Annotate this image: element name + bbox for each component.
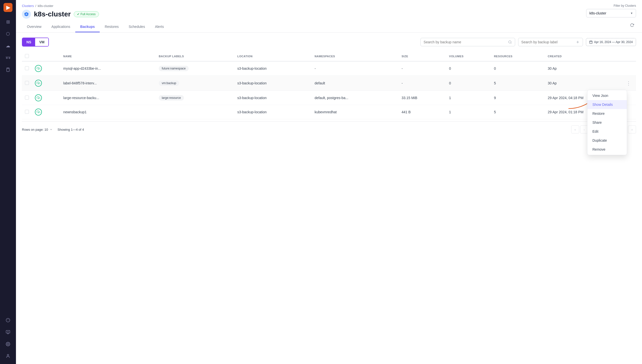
cluster-filter-select[interactable]: k8s-cluster xyxy=(586,9,636,18)
chevron-down-icon xyxy=(50,128,53,131)
row2-actions-button[interactable]: ⋮ xyxy=(624,79,633,87)
table-row: large-resource-backu... large:resource s… xyxy=(22,91,636,105)
cluster-title: k8s-cluster ✔ Full Access xyxy=(22,10,99,19)
svg-rect-15 xyxy=(589,41,592,44)
row2-checkbox-cell[interactable] xyxy=(22,76,32,91)
tab-applications[interactable]: Applications xyxy=(46,22,75,32)
tab-alerts[interactable]: Alerts xyxy=(150,22,169,32)
context-menu-show-details[interactable]: Show Details xyxy=(587,100,627,109)
last-page-button[interactable]: » xyxy=(628,126,636,134)
context-menu-edit[interactable]: Edit xyxy=(587,127,627,136)
col-created[interactable]: CREATED xyxy=(545,52,636,61)
row3-namespaces: default, postgres-ba... xyxy=(311,91,399,105)
row3-icon-cell xyxy=(32,91,60,105)
search-label-field[interactable] xyxy=(518,38,583,46)
user-icon[interactable] xyxy=(3,351,13,361)
date-range-picker[interactable]: Apr 16, 2024 — Apr 30, 2024 xyxy=(586,38,636,46)
vm-button[interactable]: VM xyxy=(35,38,48,46)
header-section: Clusters / k8s-cluster k8s-cluster ✔ Ful… xyxy=(16,0,642,32)
svg-point-11 xyxy=(508,40,511,43)
app-logo[interactable]: ▶ xyxy=(4,3,13,12)
tabs-row: Overview Applications Backups Restores S… xyxy=(22,19,636,32)
row4-icon-cell xyxy=(32,105,60,119)
svg-line-12 xyxy=(511,43,511,44)
grid-icon[interactable]: ⊞ xyxy=(3,17,13,27)
access-label: Full Access xyxy=(81,12,96,16)
row1-location: s3-backup-location xyxy=(234,61,311,76)
row4-name: newnsbackup1 xyxy=(60,105,156,119)
row1-checkbox-cell[interactable] xyxy=(22,61,32,76)
col-location[interactable]: LOCATION xyxy=(234,52,311,61)
svg-rect-0 xyxy=(8,68,9,69)
ns-vm-toggle: NS VM xyxy=(22,38,49,46)
col-namespaces[interactable]: NAMESPACES xyxy=(311,52,399,61)
row2-checkbox[interactable] xyxy=(25,81,29,85)
row4-checkbox-cell[interactable] xyxy=(22,105,32,119)
row2-labels: vm:backup xyxy=(156,76,234,91)
row2-name: label-848f578-interv... xyxy=(60,76,156,91)
clipboard-icon[interactable] xyxy=(3,65,13,75)
table-row: newnsbackup1 s3-backup-location kubevmre… xyxy=(22,105,636,119)
tab-backups[interactable]: Backups xyxy=(75,22,100,32)
toolbar: NS VM Apr 16, 2024 — Apr 30, 2024 xyxy=(22,38,636,46)
row1-volumes: 0 xyxy=(446,61,491,76)
row1-resources: 0 xyxy=(491,61,545,76)
context-menu-duplicate[interactable]: Duplicate xyxy=(587,136,627,145)
select-all-header[interactable] xyxy=(22,52,32,61)
search-label-input[interactable] xyxy=(521,40,574,44)
row4-volumes: 1 xyxy=(446,105,491,119)
rows-per-page-label: Rows on page: 10 xyxy=(22,128,48,132)
monitor-add-icon[interactable] xyxy=(3,327,13,337)
row3-name: large-resource-backu... xyxy=(60,91,156,105)
col-icon xyxy=(32,52,60,61)
row4-checkbox[interactable] xyxy=(25,110,29,114)
context-menu-restore[interactable]: Restore xyxy=(587,109,627,118)
filter-label: Filter by Clusters xyxy=(613,4,636,8)
context-menu-view-json[interactable]: View Json xyxy=(587,91,627,100)
col-volumes[interactable]: VOLUMES xyxy=(446,52,491,61)
tab-overview[interactable]: Overview xyxy=(22,22,46,32)
cloud-icon[interactable]: ☁ xyxy=(3,41,13,51)
row3-labels: large:resource xyxy=(156,91,234,105)
row1-checkbox[interactable] xyxy=(25,66,29,70)
search-name-input[interactable] xyxy=(424,40,506,44)
date-range-text: Apr 16, 2024 — Apr 30, 2024 xyxy=(594,40,633,44)
breadcrumb-clusters-link[interactable]: Clusters xyxy=(22,4,34,8)
ns-button[interactable]: NS xyxy=(23,38,35,46)
content-area: NS VM Apr 16, 2024 — Apr 30, 2024 xyxy=(16,32,642,364)
settings-icon[interactable] xyxy=(3,339,13,349)
search-icon xyxy=(508,40,512,44)
access-badge: ✔ Full Access xyxy=(74,11,99,17)
table-row: label-848f578-interv... vm:backup s3-bac… xyxy=(22,76,636,91)
showing-text: Showing 1—4 of 4 xyxy=(58,128,84,132)
row4-resources: 5 xyxy=(491,105,545,119)
signal-icon[interactable] xyxy=(3,53,13,63)
tab-schedules[interactable]: Schedules xyxy=(124,22,150,32)
pagination: Rows on page: 10 Showing 1—4 of 4 « ‹ Pa… xyxy=(22,121,636,134)
alert-circle-icon[interactable] xyxy=(3,315,13,325)
rows-per-page[interactable]: Rows on page: 10 xyxy=(22,128,53,132)
row4-size: 441 B xyxy=(399,105,446,119)
first-page-button[interactable]: « xyxy=(571,126,579,134)
col-resources[interactable]: RESOURCES xyxy=(491,52,545,61)
row3-checkbox-cell[interactable] xyxy=(22,91,32,105)
calendar-icon xyxy=(589,40,593,44)
row3-checkbox[interactable] xyxy=(25,96,29,100)
add-label-icon[interactable] xyxy=(576,40,580,44)
context-menu-remove[interactable]: Remove xyxy=(587,145,627,154)
col-name[interactable]: NAME xyxy=(60,52,156,61)
refresh-icon[interactable] xyxy=(628,21,636,30)
select-all-checkbox[interactable] xyxy=(25,54,29,58)
table-header-row: NAME BACKUP LABELS LOCATION NAMESPACES S… xyxy=(22,52,636,61)
col-size[interactable]: SIZE xyxy=(399,52,446,61)
col-labels[interactable]: BACKUP LABELS xyxy=(156,52,234,61)
row3-backup-icon xyxy=(35,94,42,101)
nodes-icon[interactable]: ⬡ xyxy=(3,29,13,39)
row3-location: s3-backup-location xyxy=(234,91,311,105)
row1-name: mysql-app-d2433be-in... xyxy=(60,61,156,76)
svg-point-10 xyxy=(7,354,9,356)
context-menu-share[interactable]: Share xyxy=(587,118,627,127)
search-name-field[interactable] xyxy=(420,38,515,46)
row3-size: 33.15 MiB xyxy=(399,91,446,105)
tab-restores[interactable]: Restores xyxy=(100,22,124,32)
